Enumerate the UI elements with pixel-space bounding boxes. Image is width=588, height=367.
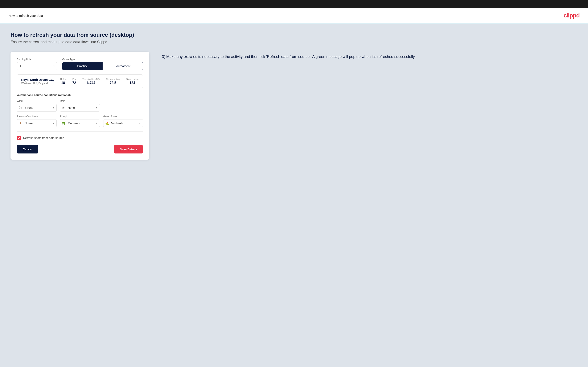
green-speed-label: Green Speed [103,115,143,118]
par-value: 72 [72,81,76,85]
course-rating-label: Course rating [106,78,120,80]
starting-hole-group: Starting Hole 1 ▾ [17,58,57,70]
slope-rating-label: Slope rating [126,78,138,80]
starting-hole-label: Starting Hole [17,58,57,61]
edit-card: Starting Hole 1 ▾ Game Type Practice Tou… [10,52,149,160]
sidebar-paragraph: 3) Make any extra edits necessary to the… [162,54,578,60]
stat-holes: Holes 18 [60,78,66,85]
conditions-section-title: Weather and course conditions (optional) [17,93,143,97]
slope-rating-value: 134 [130,81,135,85]
green-speed-select[interactable]: Moderate [103,119,143,127]
game-type-group: Game Type Practice Tournament [62,58,143,70]
par-label: Par [72,78,76,80]
fairway-rough-green-row: Fairway Conditions 🏌 Normal ▾ Rough 🌿 [17,115,143,127]
top-bar [0,0,588,8]
game-type-label: Game Type [62,58,143,61]
course-info: Royal North Devon GC, Westward Ho!, Engl… [21,78,54,85]
course-card: Royal North Devon GC, Westward Ho!, Engl… [17,74,143,88]
stat-yards: Yards/White (M)) 6,744 [82,78,100,85]
starting-hole-select-wrapper: 1 ▾ [17,62,57,70]
stat-slope-rating: Slope rating 134 [126,78,138,85]
cancel-button[interactable]: Cancel [17,145,38,153]
course-name: Royal North Devon GC, [21,78,54,82]
wind-wrapper: 🌬 Strong ▾ [17,104,57,112]
rain-wrapper: ☀ None ▾ [60,104,100,112]
tournament-button[interactable]: Tournament [103,62,143,70]
course-location: Westward Ho!, England [21,82,54,85]
wind-label: Wind [17,100,57,102]
main-content: How to refresh your data from source (de… [0,23,588,367]
holes-label: Holes [60,78,66,80]
rough-group: Rough 🌿 Moderate ▾ [60,115,100,127]
header: How to refresh your data clippd [0,8,588,23]
green-speed-wrapper: ⛳ Moderate ▾ [103,119,143,127]
page-subheading: Ensure the correct and most up to date d… [10,40,578,44]
divider [17,131,143,132]
logo: clippd [564,12,579,19]
content-row: Starting Hole 1 ▾ Game Type Practice Tou… [10,52,578,160]
rain-icon: ☀ [62,106,65,109]
practice-button[interactable]: Practice [62,62,103,70]
fairway-wrapper: 🏌 Normal ▾ [17,119,57,127]
header-title: How to refresh your data [9,14,43,17]
holes-value: 18 [61,81,65,85]
fairway-group: Fairway Conditions 🏌 Normal ▾ [17,115,57,127]
green-speed-icon: ⛳ [105,122,109,125]
wind-group: Wind 🌬 Strong ▾ [17,100,57,112]
save-details-button[interactable]: Save Details [114,145,143,153]
fairway-label: Fairway Conditions [17,115,57,118]
wind-rain-row: Wind 🌬 Strong ▾ Rain ☀ None [17,100,143,112]
fairway-icon: 🏌 [19,122,23,125]
rain-label: Rain [60,100,100,102]
course-stats: Holes 18 Par 72 Yards/White (M)) 6,744 C… [60,78,138,85]
rough-label: Rough [60,115,100,118]
refresh-checkbox-label[interactable]: Refresh shots from data source [23,136,64,140]
sidebar-text: 3) Make any extra edits necessary to the… [162,52,578,60]
stat-par: Par 72 [72,78,76,85]
starting-hole-select[interactable]: 1 [17,62,57,70]
wind-icon: 🌬 [19,106,22,109]
fairway-select[interactable]: Normal [17,119,57,127]
rough-wrapper: 🌿 Moderate ▾ [60,119,100,127]
page-heading: How to refresh your data from source (de… [10,32,578,38]
yards-value: 6,744 [87,81,95,85]
game-type-btn-group: Practice Tournament [62,62,143,70]
rough-icon: 🌿 [62,122,66,125]
refresh-checkbox[interactable] [17,136,21,140]
rough-select[interactable]: Moderate [60,119,100,127]
stat-course-rating: Course rating 72.5 [106,78,120,85]
action-row: Cancel Save Details [17,145,143,153]
wind-select[interactable]: Strong [17,104,57,112]
yards-label: Yards/White (M)) [82,78,100,80]
top-form-row: Starting Hole 1 ▾ Game Type Practice Tou… [17,58,143,70]
green-speed-group: Green Speed ⛳ Moderate ▾ [103,115,143,127]
rain-group: Rain ☀ None ▾ [60,100,100,112]
rain-select[interactable]: None [60,104,100,112]
refresh-checkbox-row: Refresh shots from data source [17,136,143,140]
course-rating-value: 72.5 [110,81,116,85]
